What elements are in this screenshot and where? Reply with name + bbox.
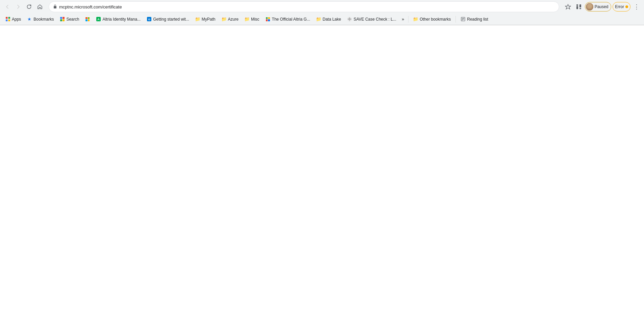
bookmark-windows[interactable] — [82, 15, 93, 24]
misc-folder-icon: 📁 — [245, 17, 249, 22]
bookmark-altria-g-label: The Official Altria G... — [272, 17, 310, 22]
svg-rect-6 — [6, 17, 8, 19]
svg-rect-5 — [579, 8, 581, 9]
bookmark-search[interactable]: Search — [57, 15, 82, 24]
bookmark-bookmarks[interactable]: ★ Bookmarks — [24, 15, 56, 24]
forward-button[interactable] — [14, 2, 23, 11]
apps-icon — [5, 17, 10, 22]
getting-started-icon: G — [147, 17, 151, 22]
profile-button[interactable]: Paused — [585, 2, 612, 11]
page-content — [0, 25, 644, 333]
bookmark-star-button[interactable] — [563, 2, 573, 11]
nav-bar: mcptnc.microsoft.com/certificate Paused … — [0, 0, 644, 14]
bookmark-altria-identity[interactable]: A Altria Identity Mana... — [93, 15, 143, 24]
svg-rect-8 — [6, 20, 8, 22]
url-text: mcptnc.microsoft.com/certificate — [59, 4, 555, 9]
bookmark-data-lake[interactable]: 📁 Data Lake — [314, 15, 344, 24]
bookmark-other[interactable]: 📁 Other bookmarks — [411, 15, 453, 24]
home-button[interactable] — [35, 2, 45, 11]
altria-identity-icon: A — [96, 17, 101, 22]
bookmark-save-case[interactable]: SAVE Case Check : L... — [344, 15, 399, 24]
avatar — [586, 3, 593, 10]
star-icon: ★ — [27, 17, 32, 22]
bookmark-apps-label: Apps — [12, 17, 21, 22]
svg-rect-10 — [60, 17, 62, 19]
mypath-folder-icon: 📁 — [195, 17, 200, 22]
bookmark-misc[interactable]: 📁 Misc — [242, 15, 262, 24]
bookmark-getting-started-label: Getting started wit... — [153, 17, 189, 22]
bookmark-other-label: Other bookmarks — [420, 17, 451, 22]
error-button[interactable]: Error — [613, 2, 630, 11]
bookmarks-separator — [408, 16, 408, 23]
svg-rect-3 — [576, 4, 578, 6]
windows-icon — [85, 17, 90, 22]
other-bookmarks-folder-icon: 📁 — [413, 17, 418, 22]
svg-rect-13 — [63, 19, 65, 21]
bookmark-reading-list-label: Reading list — [467, 17, 488, 22]
bookmark-apps[interactable]: Apps — [3, 15, 24, 24]
azure-folder-icon: 📁 — [222, 17, 226, 22]
svg-rect-11 — [63, 17, 65, 19]
bookmark-save-case-label: SAVE Case Check : L... — [353, 17, 396, 22]
error-dot-icon — [625, 5, 628, 8]
svg-rect-12 — [60, 19, 62, 21]
search-favicon-icon — [60, 17, 65, 22]
address-bar[interactable]: mcptnc.microsoft.com/certificate — [49, 1, 559, 12]
bookmarks-separator-2 — [455, 16, 456, 23]
svg-rect-2 — [576, 6, 578, 9]
bookmark-altria-identity-label: Altria Identity Mana... — [102, 17, 141, 22]
bookmark-azure[interactable]: 📁 Azure — [219, 15, 241, 24]
reload-button[interactable] — [24, 2, 34, 11]
reading-list-icon — [461, 17, 465, 22]
data-lake-folder-icon: 📁 — [316, 17, 321, 22]
bookmark-search-label: Search — [66, 17, 79, 22]
bookmark-bookmarks-label: Bookmarks — [33, 17, 54, 22]
svg-text:G: G — [148, 18, 150, 21]
back-button[interactable] — [3, 2, 12, 11]
bookmark-altria-g[interactable]: The Official Altria G... — [263, 15, 313, 24]
bookmark-getting-started[interactable]: G Getting started wit... — [144, 15, 192, 24]
bookmarks-bar: Apps ★ Bookmarks Search — [0, 14, 644, 25]
browser-chrome: mcptnc.microsoft.com/certificate Paused … — [0, 0, 644, 25]
menu-button[interactable]: ⋮ — [632, 2, 641, 11]
lock-icon — [53, 4, 57, 10]
altria-g-icon — [266, 17, 270, 22]
svg-rect-4 — [579, 4, 581, 7]
error-label: Error — [615, 4, 624, 9]
extensions-button[interactable] — [574, 2, 584, 11]
bookmark-azure-label: Azure — [228, 17, 239, 22]
svg-marker-1 — [565, 4, 571, 9]
save-case-icon — [347, 17, 352, 22]
svg-rect-7 — [8, 17, 10, 19]
bookmark-misc-label: Misc — [251, 17, 259, 22]
more-bookmarks-button[interactable]: » — [400, 15, 406, 23]
profile-label: Paused — [595, 4, 609, 9]
svg-rect-0 — [54, 6, 56, 8]
bookmark-mypath[interactable]: 📁 MyPath — [193, 15, 218, 24]
bookmark-reading-list[interactable]: Reading list — [458, 15, 491, 24]
bookmark-mypath-label: MyPath — [202, 17, 216, 22]
svg-text:A: A — [97, 18, 100, 21]
svg-rect-9 — [8, 20, 10, 22]
bookmark-data-lake-label: Data Lake — [323, 17, 341, 22]
